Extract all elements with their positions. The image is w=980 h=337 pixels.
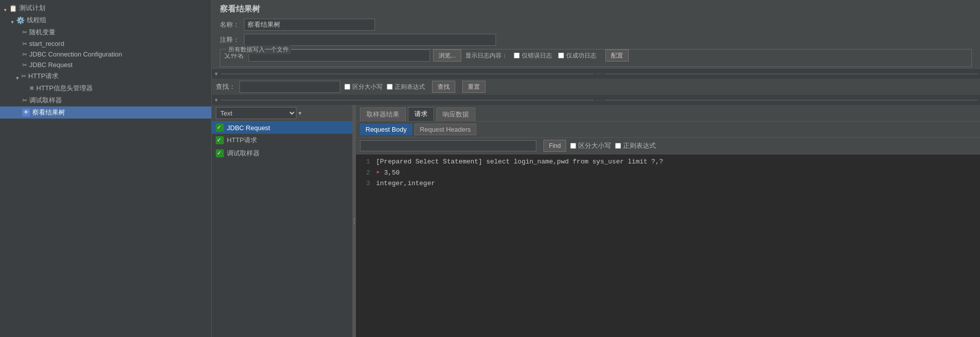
result-label-jdbc: JDBC Request <box>227 124 270 132</box>
sidebar-item-result-tree[interactable]: 👁 察看结果树 <box>0 106 211 119</box>
tab-response[interactable]: 响应数据 <box>436 107 475 121</box>
panel-header: 察看结果树 名称： 注释： 所有数据写入一个文件 文件名 浏览... 显示日志内… <box>212 0 980 69</box>
line-content-3: integer,integer <box>376 179 976 189</box>
results-list-header: Text ▼ <box>212 105 352 122</box>
success-only-label: 仅成功日志 <box>566 51 596 60</box>
success-shield-http <box>216 136 224 144</box>
result-item-jdbc[interactable]: JDBC Request <box>212 122 352 134</box>
success-only-option[interactable]: 仅成功日志 <box>558 51 596 60</box>
result-label-http: HTTP请求 <box>227 136 257 145</box>
sidebar-label: start_record <box>29 40 64 47</box>
config-button[interactable]: 配置 <box>605 49 629 62</box>
sep-dots-2: ··· <box>596 97 603 103</box>
results-items: JDBC Request HTTP请求 调试取样器 <box>212 122 352 337</box>
main-panel: 察看结果树 名称： 注释： 所有数据写入一个文件 文件名 浏览... 显示日志内… <box>212 0 980 337</box>
wrench-icon: ✂ <box>22 29 27 36</box>
view-dropdown[interactable]: Text <box>216 107 296 119</box>
success-shield-jdbc <box>216 124 224 132</box>
result-label-debug: 调试取样器 <box>227 149 260 158</box>
sidebar-item-http-header[interactable]: ✖ HTTP信息头管理器 <box>0 82 211 94</box>
separator-2[interactable]: ▼ ··· <box>212 95 980 105</box>
find-regex[interactable]: 正则表达式 <box>615 141 656 150</box>
search-row: 查找： 区分大小写 正则表达式 查找 重置 <box>212 79 980 95</box>
sub-tab-headers[interactable]: Request Headers <box>414 124 476 135</box>
case-sensitive-option[interactable]: 区分大小写 <box>344 83 383 91</box>
code-line-3: 3 integer,integer <box>356 178 980 189</box>
collapse-arrow-2: ▼ <box>214 97 219 103</box>
tab-request[interactable]: 请求 <box>408 107 434 121</box>
sidebar-label: HTTP请求 <box>28 72 58 81</box>
comment-label: 注释： <box>220 35 240 44</box>
code-line-2: 2 ➤ 3,50 <box>356 167 980 179</box>
main-tabs: 取样器结果 请求 响应数据 <box>356 105 980 122</box>
regex-label: 正则表达式 <box>395 83 425 91</box>
sidebar-item-jdbc-request[interactable]: ✂ JDBC Request <box>0 60 211 70</box>
collapse-arrow-1: ▼ <box>214 71 219 77</box>
plan-icon: 📋 <box>9 5 17 12</box>
browse-button[interactable]: 浏览... <box>433 49 461 62</box>
tab-sampler-results[interactable]: 取样器结果 <box>360 107 406 121</box>
error-only-checkbox[interactable] <box>514 52 520 59</box>
sidebar-item-random[interactable]: ✂ 随机变量 <box>0 26 211 38</box>
jdbc-request-icon: ✂ <box>22 62 27 69</box>
find-btn[interactable]: Find <box>543 140 566 152</box>
search-label: 查找： <box>216 82 235 91</box>
name-row: 名称： <box>220 19 972 31</box>
sidebar-label: 线程组 <box>27 16 46 25</box>
reset-button[interactable]: 重置 <box>462 81 485 93</box>
sidebar-item-debug-sampler[interactable]: ✂ 调试取样器 <box>0 94 211 106</box>
comment-input[interactable] <box>244 34 496 46</box>
sidebar-item-http-request[interactable]: ✂ HTTP请求 <box>0 70 211 82</box>
sidebar-item-jdbc-config[interactable]: ✂ JDBC Connection Configuration <box>0 49 211 60</box>
gear-icon: ⚙️ <box>16 16 25 24</box>
search-input[interactable] <box>239 81 340 93</box>
result-item-http[interactable]: HTTP请求 <box>212 134 352 147</box>
error-only-label: 仅错误日志 <box>522 51 552 60</box>
http-icon: ✂ <box>21 73 26 80</box>
sidebar-label: HTTP信息头管理器 <box>36 84 93 93</box>
result-item-debug[interactable]: 调试取样器 <box>212 147 352 160</box>
find-regex-checkbox[interactable] <box>615 143 621 149</box>
file-section-title: 所有数据写入一个文件 <box>226 45 291 54</box>
debug-icon: ✂ <box>22 97 27 104</box>
name-label: 名称： <box>220 20 240 29</box>
regex-option[interactable]: 正则表达式 <box>387 83 425 91</box>
sidebar-label: JDBC Request <box>29 61 73 69</box>
results-list: Text ▼ JDBC Request HTTP请求 调试取样器 <box>212 105 353 337</box>
panel-title: 察看结果树 <box>220 4 972 15</box>
error-only-option[interactable]: 仅错误日志 <box>514 51 552 60</box>
line-content-1: [Prepared Select Statement] select login… <box>376 157 976 167</box>
http-header-icon: ✖ <box>29 85 34 92</box>
case-sensitive-checkbox[interactable] <box>344 84 350 90</box>
find-input[interactable] <box>360 140 536 151</box>
find-case-checkbox[interactable] <box>570 143 576 149</box>
find-bar: Find 区分大小写 正则表达式 <box>356 138 980 154</box>
sidebar-item-plan[interactable]: 📋 测试计划 <box>0 2 211 14</box>
sep-line-2b <box>605 100 978 100</box>
sub-tab-body[interactable]: Request Body <box>360 124 412 135</box>
line-num-1: 1 <box>360 157 370 167</box>
triangle-icon <box>3 6 8 11</box>
sidebar-item-start-record[interactable]: ✂ start_record <box>0 38 211 49</box>
sub-tabs: Request Body Request Headers <box>356 122 980 138</box>
sep-dots-1: ··· <box>596 71 603 77</box>
sidebar-label: 随机变量 <box>29 28 55 37</box>
search-options: 区分大小写 正则表达式 查找 重置 <box>344 81 485 93</box>
find-case-sensitive[interactable]: 区分大小写 <box>570 141 611 150</box>
code-line-1: 1 [Prepared Select Statement] select log… <box>356 156 980 167</box>
triangle-icon <box>10 18 15 23</box>
separator-1[interactable]: ▼ ··· <box>212 69 980 79</box>
code-area: 1 [Prepared Select Statement] select log… <box>356 154 980 337</box>
triangle-icon <box>15 74 20 79</box>
eye-icon: 👁 <box>22 108 30 117</box>
case-sensitive-label: 区分大小写 <box>352 83 383 91</box>
find-button[interactable]: 查找 <box>432 81 455 93</box>
line-num-2: 2 <box>360 168 370 178</box>
dropdown-arrow: ▼ <box>297 110 302 116</box>
sep-line-1b <box>605 74 978 74</box>
success-only-checkbox[interactable] <box>558 52 564 59</box>
sep-line-2 <box>221 100 594 100</box>
name-input[interactable] <box>244 19 375 31</box>
regex-checkbox[interactable] <box>387 84 393 90</box>
sidebar-item-threadgroup[interactable]: ⚙️ 线程组 <box>0 14 211 26</box>
